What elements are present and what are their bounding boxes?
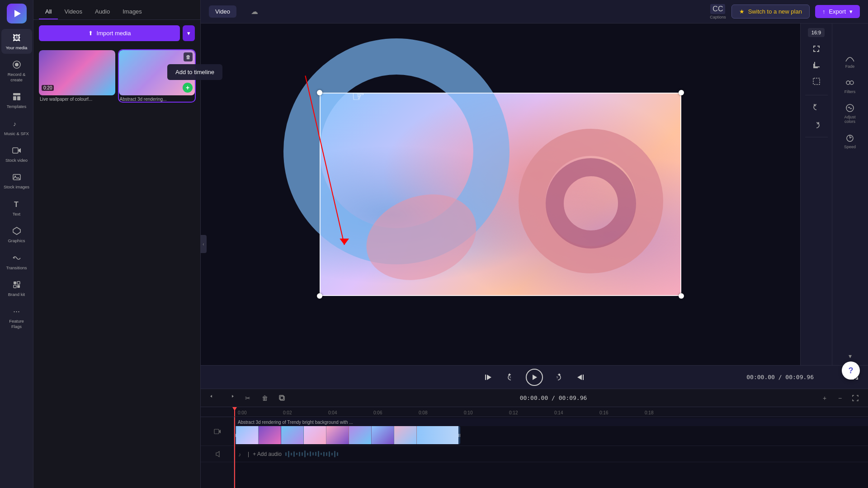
rotate-left-button[interactable] — [807, 99, 826, 115]
import-media-button[interactable]: ⬆ Import media — [39, 25, 180, 41]
sidebar: 🖼 Your media Record &create Templates ♪ … — [0, 0, 33, 488]
fit-button[interactable] — [807, 73, 826, 89]
media-tabs: All Videos Audio Images — [33, 0, 200, 20]
handle-top-left[interactable] — [317, 90, 322, 95]
svg-rect-5 — [17, 96, 20, 100]
sidebar-item-templates[interactable]: Templates — [1, 88, 32, 113]
svg-marker-36 — [210, 395, 212, 398]
clip-right-handle[interactable]: ⏸ — [458, 426, 460, 444]
track-label-audio — [201, 446, 234, 462]
video-preview-inner — [320, 93, 681, 296]
svg-marker-8 — [19, 148, 21, 153]
sidebar-item-brand[interactable]: Brand kit — [1, 276, 32, 300]
import-label: Import media — [97, 30, 131, 37]
add-audio-label: + Add audio — [253, 451, 282, 457]
zoom-out-button[interactable]: − — [834, 392, 846, 404]
redo-button[interactable] — [224, 392, 237, 404]
expand-button[interactable] — [807, 41, 826, 57]
media-item-1[interactable]: 0:20 Live wallpaper of colourf... — [39, 50, 115, 102]
handle-bottom-left[interactable] — [317, 293, 322, 299]
help-button[interactable]: ? — [842, 361, 860, 380]
sidebar-item-graphics[interactable]: Graphics — [1, 222, 32, 247]
sidebar-item-stock-video[interactable]: Stock video — [1, 141, 32, 166]
skip-start-button[interactable] — [481, 370, 496, 385]
duplicate-button[interactable] — [276, 392, 288, 404]
topbar-right: CC Captions ★ Switch to a new plan ↑ Exp… — [710, 4, 860, 19]
captions-button[interactable]: CC Captions — [710, 4, 726, 19]
rotate-right-button[interactable] — [807, 117, 826, 133]
tab-videos[interactable]: Videos — [58, 5, 89, 19]
rewind-5s-button[interactable]: 5 — [503, 370, 519, 385]
sidebar-item-text[interactable]: T Text — [1, 195, 32, 220]
ring-inner-decor — [546, 158, 636, 249]
fade-label: Fade — [845, 64, 855, 69]
upgrade-button[interactable]: ★ Switch to a new plan — [731, 5, 810, 19]
sidebar-item-transitions[interactable]: Transitions — [1, 249, 32, 274]
collapse-panel-button[interactable]: ‹ — [200, 235, 207, 253]
delete-button[interactable]: 🗑 — [259, 392, 271, 404]
sidebar-item-stock-images[interactable]: Stock images — [1, 168, 32, 193]
preview-area: ☞ — [201, 23, 800, 365]
fit-timeline-button[interactable] — [849, 392, 862, 404]
frame-8 — [394, 426, 417, 444]
timeline-tracks-container: Abstract 3d rendering of Trendy bright b… — [201, 417, 868, 488]
cloud-button[interactable]: ☁ — [245, 5, 264, 19]
sidebar-item-record-create[interactable]: Record &create — [1, 56, 32, 86]
sidebar-item-label: Stock images — [4, 184, 29, 189]
frame-3 — [281, 426, 304, 444]
zoom-in-button[interactable]: + — [818, 392, 831, 404]
sidebar-item-music[interactable]: ♪ Music & SFX — [1, 115, 32, 140]
app-logo[interactable] — [7, 4, 27, 23]
chevron-down-icon[interactable]: ▾ — [849, 352, 852, 360]
export-button[interactable]: ↑ Export ▾ — [815, 5, 860, 18]
media-type-label: Video — [215, 8, 230, 15]
clip-label: Abstract 3d rendering of Trendy bright b… — [238, 420, 353, 425]
video-preview[interactable] — [320, 93, 681, 296]
svg-rect-27 — [485, 375, 486, 380]
upgrade-label: Switch to a new plan — [748, 8, 802, 15]
speed-panel-button[interactable]: Speed — [844, 133, 856, 149]
ruler-mark-0: 0:00 — [238, 410, 246, 415]
svg-text:5: 5 — [509, 376, 511, 379]
undo-button[interactable] — [207, 392, 220, 404]
handle-top-right[interactable] — [679, 90, 684, 95]
crop-button[interactable] — [807, 57, 826, 73]
divider-2 — [805, 137, 828, 137]
aspect-ratio-badge[interactable]: 16:9 — [808, 28, 825, 37]
fade-panel-button[interactable]: Fade — [845, 52, 855, 69]
svg-marker-28 — [487, 375, 491, 380]
your-media-icon: 🖼 — [11, 33, 22, 43]
adjust-colors-panel-button[interactable]: Adjustcolors — [844, 103, 855, 124]
ruler-mark-1: 0:02 — [283, 410, 292, 415]
forward-5s-button[interactable]: 5 — [550, 370, 566, 385]
export-label: Export — [829, 8, 846, 15]
music-icon: ♪ — [11, 118, 22, 129]
export-arrow-icon: ↑ — [822, 8, 826, 15]
media-delete-button-2[interactable]: 🗑 — [184, 52, 193, 61]
media-item-2[interactable]: 🗑 + Abstract 3d rendering... — [119, 50, 195, 102]
sidebar-item-feature-flags[interactable]: ··· FeatureFlags — [1, 302, 32, 333]
track-label-video — [201, 417, 234, 446]
media-add-button-2[interactable]: + — [183, 83, 193, 93]
sidebar-item-label: Music & SFX — [4, 131, 29, 136]
filters-panel-button[interactable]: Filters — [844, 78, 856, 94]
sidebar-item-your-media[interactable]: 🖼 Your media — [1, 29, 32, 54]
right-toolbar: 16:9 — [800, 23, 832, 365]
media-type-button[interactable]: Video — [209, 5, 236, 18]
tab-audio[interactable]: Audio — [89, 5, 116, 19]
skip-end-button[interactable] — [573, 370, 588, 385]
right-panel-labels: Fade Filters Adjustcolors Speed ▾ — [832, 23, 868, 365]
timeline-clip[interactable]: ⏸ ⏸ — [234, 426, 460, 444]
audio-waveform — [285, 450, 338, 457]
tab-images[interactable]: Images — [116, 5, 148, 19]
handle-bottom-right[interactable] — [679, 293, 684, 299]
add-audio-button[interactable]: + Add audio — [253, 451, 282, 457]
tab-all[interactable]: All — [39, 5, 58, 19]
sidebar-item-label: Templates — [7, 104, 26, 109]
play-button[interactable] — [526, 369, 543, 386]
sidebar-item-label: Your media — [6, 45, 28, 50]
cut-button[interactable]: ✂ — [241, 392, 254, 404]
media-name-2: Abstract 3d rendering... — [119, 95, 195, 102]
cloud-icon: ☁ — [251, 7, 258, 16]
import-dropdown-button[interactable]: ▾ — [183, 25, 195, 41]
